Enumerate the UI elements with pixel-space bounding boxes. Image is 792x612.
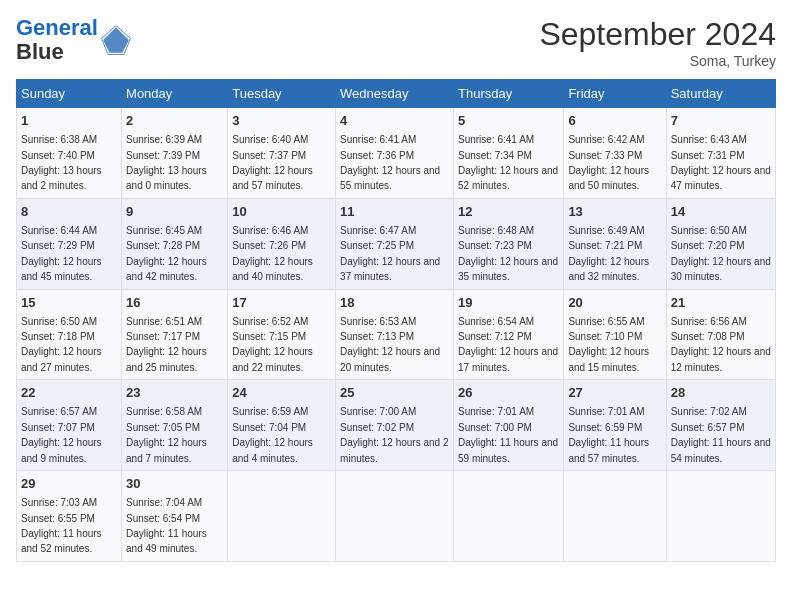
calendar-cell: 18Sunrise: 6:53 AMSunset: 7:13 PMDayligh… — [336, 289, 454, 380]
calendar-cell — [564, 471, 666, 562]
day-info: Sunrise: 6:50 AMSunset: 7:20 PMDaylight:… — [671, 225, 771, 282]
day-info: Sunrise: 7:01 AMSunset: 7:00 PMDaylight:… — [458, 406, 558, 463]
day-number: 19 — [458, 294, 559, 312]
day-number: 4 — [340, 112, 449, 130]
day-number: 22 — [21, 384, 117, 402]
day-info: Sunrise: 7:03 AMSunset: 6:55 PMDaylight:… — [21, 497, 102, 554]
calendar-header-row: SundayMondayTuesdayWednesdayThursdayFrid… — [17, 80, 776, 108]
calendar-table: SundayMondayTuesdayWednesdayThursdayFrid… — [16, 79, 776, 562]
calendar-cell: 11Sunrise: 6:47 AMSunset: 7:25 PMDayligh… — [336, 198, 454, 289]
day-info: Sunrise: 6:49 AMSunset: 7:21 PMDaylight:… — [568, 225, 649, 282]
day-number: 25 — [340, 384, 449, 402]
calendar-cell: 15Sunrise: 6:50 AMSunset: 7:18 PMDayligh… — [17, 289, 122, 380]
calendar-cell: 16Sunrise: 6:51 AMSunset: 7:17 PMDayligh… — [122, 289, 228, 380]
day-number: 18 — [340, 294, 449, 312]
day-number: 30 — [126, 475, 223, 493]
calendar-cell: 14Sunrise: 6:50 AMSunset: 7:20 PMDayligh… — [666, 198, 775, 289]
title-block: September 2024 Soma, Turkey — [539, 16, 776, 69]
calendar-cell: 26Sunrise: 7:01 AMSunset: 7:00 PMDayligh… — [454, 380, 564, 471]
day-number: 15 — [21, 294, 117, 312]
day-info: Sunrise: 7:00 AMSunset: 7:02 PMDaylight:… — [340, 406, 448, 463]
col-header-saturday: Saturday — [666, 80, 775, 108]
day-number: 26 — [458, 384, 559, 402]
calendar-cell: 5Sunrise: 6:41 AMSunset: 7:34 PMDaylight… — [454, 108, 564, 199]
day-number: 5 — [458, 112, 559, 130]
calendar-week-row: 22Sunrise: 6:57 AMSunset: 7:07 PMDayligh… — [17, 380, 776, 471]
day-number: 16 — [126, 294, 223, 312]
day-number: 27 — [568, 384, 661, 402]
calendar-week-row: 1Sunrise: 6:38 AMSunset: 7:40 PMDaylight… — [17, 108, 776, 199]
calendar-cell: 20Sunrise: 6:55 AMSunset: 7:10 PMDayligh… — [564, 289, 666, 380]
day-number: 10 — [232, 203, 331, 221]
day-info: Sunrise: 6:50 AMSunset: 7:18 PMDaylight:… — [21, 316, 102, 373]
day-info: Sunrise: 6:44 AMSunset: 7:29 PMDaylight:… — [21, 225, 102, 282]
col-header-friday: Friday — [564, 80, 666, 108]
day-info: Sunrise: 6:52 AMSunset: 7:15 PMDaylight:… — [232, 316, 313, 373]
day-number: 6 — [568, 112, 661, 130]
calendar-cell — [666, 471, 775, 562]
day-info: Sunrise: 6:38 AMSunset: 7:40 PMDaylight:… — [21, 134, 102, 191]
day-number: 24 — [232, 384, 331, 402]
col-header-sunday: Sunday — [17, 80, 122, 108]
day-number: 7 — [671, 112, 771, 130]
day-info: Sunrise: 6:46 AMSunset: 7:26 PMDaylight:… — [232, 225, 313, 282]
day-info: Sunrise: 6:43 AMSunset: 7:31 PMDaylight:… — [671, 134, 771, 191]
calendar-cell: 17Sunrise: 6:52 AMSunset: 7:15 PMDayligh… — [228, 289, 336, 380]
calendar-cell: 27Sunrise: 7:01 AMSunset: 6:59 PMDayligh… — [564, 380, 666, 471]
day-number: 23 — [126, 384, 223, 402]
calendar-cell: 4Sunrise: 6:41 AMSunset: 7:36 PMDaylight… — [336, 108, 454, 199]
day-number: 29 — [21, 475, 117, 493]
day-info: Sunrise: 6:57 AMSunset: 7:07 PMDaylight:… — [21, 406, 102, 463]
day-info: Sunrise: 6:41 AMSunset: 7:34 PMDaylight:… — [458, 134, 558, 191]
calendar-cell: 22Sunrise: 6:57 AMSunset: 7:07 PMDayligh… — [17, 380, 122, 471]
day-info: Sunrise: 6:51 AMSunset: 7:17 PMDaylight:… — [126, 316, 207, 373]
day-info: Sunrise: 6:56 AMSunset: 7:08 PMDaylight:… — [671, 316, 771, 373]
calendar-cell: 13Sunrise: 6:49 AMSunset: 7:21 PMDayligh… — [564, 198, 666, 289]
day-info: Sunrise: 7:04 AMSunset: 6:54 PMDaylight:… — [126, 497, 207, 554]
day-info: Sunrise: 6:42 AMSunset: 7:33 PMDaylight:… — [568, 134, 649, 191]
day-number: 17 — [232, 294, 331, 312]
col-header-thursday: Thursday — [454, 80, 564, 108]
calendar-cell: 2Sunrise: 6:39 AMSunset: 7:39 PMDaylight… — [122, 108, 228, 199]
col-header-tuesday: Tuesday — [228, 80, 336, 108]
day-info: Sunrise: 6:58 AMSunset: 7:05 PMDaylight:… — [126, 406, 207, 463]
location: Soma, Turkey — [539, 53, 776, 69]
day-number: 9 — [126, 203, 223, 221]
month-title: September 2024 — [539, 16, 776, 53]
day-info: Sunrise: 6:54 AMSunset: 7:12 PMDaylight:… — [458, 316, 558, 373]
calendar-cell — [454, 471, 564, 562]
col-header-wednesday: Wednesday — [336, 80, 454, 108]
day-number: 3 — [232, 112, 331, 130]
day-info: Sunrise: 6:41 AMSunset: 7:36 PMDaylight:… — [340, 134, 440, 191]
day-info: Sunrise: 7:02 AMSunset: 6:57 PMDaylight:… — [671, 406, 771, 463]
calendar-cell: 28Sunrise: 7:02 AMSunset: 6:57 PMDayligh… — [666, 380, 775, 471]
calendar-week-row: 8Sunrise: 6:44 AMSunset: 7:29 PMDaylight… — [17, 198, 776, 289]
day-info: Sunrise: 6:47 AMSunset: 7:25 PMDaylight:… — [340, 225, 440, 282]
logo-icon — [100, 24, 132, 56]
calendar-cell: 24Sunrise: 6:59 AMSunset: 7:04 PMDayligh… — [228, 380, 336, 471]
day-number: 14 — [671, 203, 771, 221]
day-info: Sunrise: 6:59 AMSunset: 7:04 PMDaylight:… — [232, 406, 313, 463]
calendar-cell: 30Sunrise: 7:04 AMSunset: 6:54 PMDayligh… — [122, 471, 228, 562]
page-header: General Blue September 2024 Soma, Turkey — [16, 16, 776, 69]
day-number: 13 — [568, 203, 661, 221]
svg-marker-0 — [103, 27, 129, 53]
day-number: 8 — [21, 203, 117, 221]
day-info: Sunrise: 6:48 AMSunset: 7:23 PMDaylight:… — [458, 225, 558, 282]
calendar-cell: 19Sunrise: 6:54 AMSunset: 7:12 PMDayligh… — [454, 289, 564, 380]
calendar-cell: 12Sunrise: 6:48 AMSunset: 7:23 PMDayligh… — [454, 198, 564, 289]
day-info: Sunrise: 6:53 AMSunset: 7:13 PMDaylight:… — [340, 316, 440, 373]
calendar-cell: 29Sunrise: 7:03 AMSunset: 6:55 PMDayligh… — [17, 471, 122, 562]
calendar-cell: 21Sunrise: 6:56 AMSunset: 7:08 PMDayligh… — [666, 289, 775, 380]
calendar-cell: 9Sunrise: 6:45 AMSunset: 7:28 PMDaylight… — [122, 198, 228, 289]
calendar-cell: 7Sunrise: 6:43 AMSunset: 7:31 PMDaylight… — [666, 108, 775, 199]
calendar-cell — [228, 471, 336, 562]
calendar-cell: 3Sunrise: 6:40 AMSunset: 7:37 PMDaylight… — [228, 108, 336, 199]
calendar-week-row: 29Sunrise: 7:03 AMSunset: 6:55 PMDayligh… — [17, 471, 776, 562]
day-info: Sunrise: 6:55 AMSunset: 7:10 PMDaylight:… — [568, 316, 649, 373]
day-info: Sunrise: 7:01 AMSunset: 6:59 PMDaylight:… — [568, 406, 649, 463]
day-info: Sunrise: 6:45 AMSunset: 7:28 PMDaylight:… — [126, 225, 207, 282]
day-number: 20 — [568, 294, 661, 312]
calendar-cell: 1Sunrise: 6:38 AMSunset: 7:40 PMDaylight… — [17, 108, 122, 199]
day-number: 28 — [671, 384, 771, 402]
